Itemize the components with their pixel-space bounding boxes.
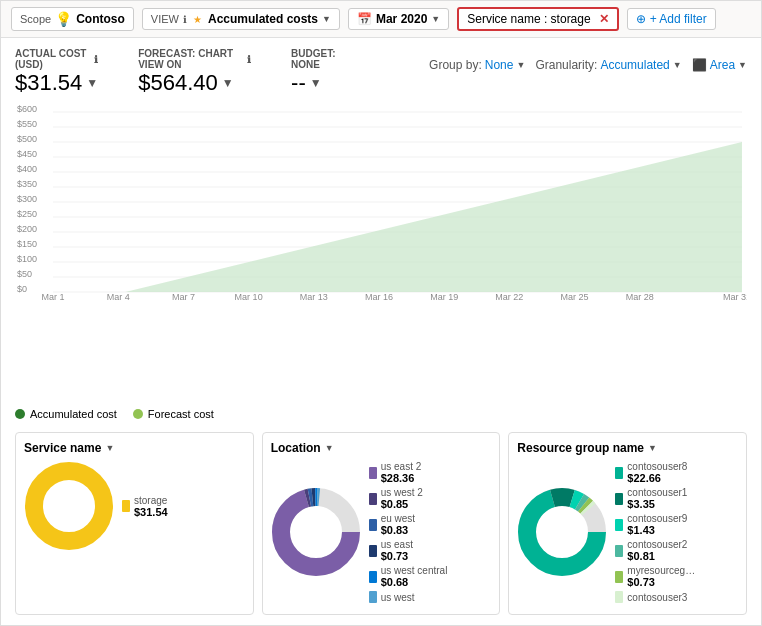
location-title: Location: [271, 441, 321, 455]
main-container: Scope 💡 Contoso VIEW ℹ ★ Accumulated cos…: [0, 0, 762, 626]
forecast-color-dot: [133, 409, 143, 419]
service-name-chevron-icon: ▼: [105, 443, 114, 453]
user8-value: $22.66: [627, 472, 687, 484]
forecast-block: FORECAST: CHART VIEW ON ℹ $564.40 ▼: [138, 48, 251, 96]
accumulated-color-dot: [15, 409, 25, 419]
useast2-name: us east 2: [381, 461, 422, 472]
calendar-icon: 📅: [357, 12, 372, 26]
filter-close-icon[interactable]: ✕: [599, 12, 609, 26]
view-type-chevron-icon: ▼: [738, 60, 747, 70]
svg-text:Mar 4: Mar 4: [107, 292, 130, 300]
storage-name: storage: [134, 495, 168, 506]
svg-text:$0: $0: [17, 284, 27, 294]
chart-section: $600 $550 $500 $450 $400 $350 $300 $250 …: [1, 100, 761, 404]
resource-item-myresource: myresourcegroup $0.73: [615, 565, 738, 588]
useast-color-bar: [369, 545, 377, 557]
resource-group-chevron-icon: ▼: [648, 443, 657, 453]
location-card-content: us east 2 $28.36 us west 2 $0.85: [271, 461, 492, 606]
info-icon-forecast: ℹ: [247, 54, 251, 65]
euwest-value: $0.83: [381, 524, 415, 536]
resource-item-user1: contosouser1 $3.35: [615, 487, 738, 510]
scope-value: Contoso: [76, 12, 125, 26]
svg-text:$550: $550: [17, 119, 37, 129]
resource-donut-chart: [517, 487, 607, 580]
useast-value: $0.73: [381, 550, 413, 562]
location-donut-chart: [271, 487, 361, 580]
filter-plus-icon: ⊕: [636, 12, 646, 26]
location-item-uswest: us west: [369, 591, 492, 603]
uswest-name: us west: [381, 592, 415, 603]
svg-text:$250: $250: [17, 209, 37, 219]
service-donut-svg: [24, 461, 114, 551]
svg-text:$100: $100: [17, 254, 37, 264]
budget-chevron-icon[interactable]: ▼: [310, 76, 322, 90]
location-item-uswest2: us west 2 $0.85: [369, 487, 492, 510]
forecast-label: FORECAST: CHART VIEW ON ℹ: [138, 48, 251, 70]
user1-color-bar: [615, 493, 623, 505]
legend-forecast: Forecast cost: [133, 408, 214, 420]
user9-name: contosouser9: [627, 513, 687, 524]
svg-text:$200: $200: [17, 224, 37, 234]
forecast-legend-label: Forecast cost: [148, 408, 214, 420]
uswest2-name: us west 2: [381, 487, 423, 498]
service-donut-chart: [24, 461, 114, 554]
view-type-control[interactable]: ⬛ Area ▼: [692, 58, 747, 72]
date-selector[interactable]: 📅 Mar 2020 ▼: [348, 8, 449, 30]
service-name-title: Service name: [24, 441, 101, 455]
metrics-row: ACTUAL COST (USD) ℹ $31.54 ▼ FORECAST: C…: [1, 38, 761, 100]
location-item-euwest: eu west $0.83: [369, 513, 492, 536]
user9-color-bar: [615, 519, 623, 531]
cards-row: Service name ▼ storage $31.54: [1, 426, 761, 625]
user2-value: $0.81: [627, 550, 687, 562]
svg-text:Mar 22: Mar 22: [495, 292, 523, 300]
user3-color-bar: [615, 591, 623, 603]
svg-text:Mar 10: Mar 10: [235, 292, 263, 300]
svg-text:$600: $600: [17, 104, 37, 114]
svg-text:Mar 16: Mar 16: [365, 292, 393, 300]
svg-text:$450: $450: [17, 149, 37, 159]
uswest2-value: $0.85: [381, 498, 423, 510]
svg-text:Mar 13: Mar 13: [300, 292, 328, 300]
useast2-color-bar: [369, 467, 377, 479]
forecast-chevron-icon[interactable]: ▼: [222, 76, 234, 90]
scope-label: Scope: [20, 13, 51, 25]
svg-text:$150: $150: [17, 239, 37, 249]
user2-color-bar: [615, 545, 623, 557]
groupby-control[interactable]: Group by: None ▼: [429, 58, 525, 72]
budget-value: -- ▼: [291, 70, 349, 96]
useast2-value: $28.36: [381, 472, 422, 484]
svg-text:$300: $300: [17, 194, 37, 204]
resource-item-user3: contosouser3: [615, 591, 738, 603]
groupby-chevron-icon: ▼: [516, 60, 525, 70]
location-item-useast2: us east 2 $28.36: [369, 461, 492, 484]
lightbulb-icon: 💡: [55, 11, 72, 27]
service-name-card: Service name ▼ storage $31.54: [15, 432, 254, 615]
actual-cost-chevron-icon[interactable]: ▼: [86, 76, 98, 90]
resource-legend-list: contosouser8 $22.66 contosouser1 $3.35: [615, 461, 738, 606]
resource-group-card-content: contosouser8 $22.66 contosouser1 $3.35: [517, 461, 738, 606]
area-chart: $600 $550 $500 $450 $400 $350 $300 $250 …: [15, 100, 747, 300]
chart-legend: Accumulated cost Forecast cost: [1, 404, 761, 426]
user8-color-bar: [615, 467, 623, 479]
groupby-value: None: [485, 58, 514, 72]
euwest-color-bar: [369, 519, 377, 531]
service-name-card-header[interactable]: Service name ▼: [24, 441, 245, 455]
storage-value: $31.54: [134, 506, 168, 518]
uswest2-color-bar: [369, 493, 377, 505]
granularity-control[interactable]: Granularity: Accumulated ▼: [535, 58, 681, 72]
user3-name: contosouser3: [627, 592, 687, 603]
resource-group-card-header[interactable]: Resource group name ▼: [517, 441, 738, 455]
scope-selector[interactable]: Scope 💡 Contoso: [11, 7, 134, 31]
add-filter-button[interactable]: ⊕ + Add filter: [627, 8, 716, 30]
location-card-header[interactable]: Location ▼: [271, 441, 492, 455]
user2-name: contosouser2: [627, 539, 687, 550]
service-filter-badge[interactable]: Service name : storage ✕: [457, 7, 618, 31]
svg-text:Mar 31: Mar 31: [723, 292, 747, 300]
forecast-value: $564.40 ▼: [138, 70, 251, 96]
svg-point-48: [298, 514, 334, 550]
user9-value: $1.43: [627, 524, 687, 536]
view-selector[interactable]: VIEW ℹ ★ Accumulated costs ▼: [142, 8, 340, 30]
svg-text:Mar 1: Mar 1: [42, 292, 65, 300]
location-legend-list: us east 2 $28.36 us west 2 $0.85: [369, 461, 492, 606]
resource-group-title: Resource group name: [517, 441, 644, 455]
